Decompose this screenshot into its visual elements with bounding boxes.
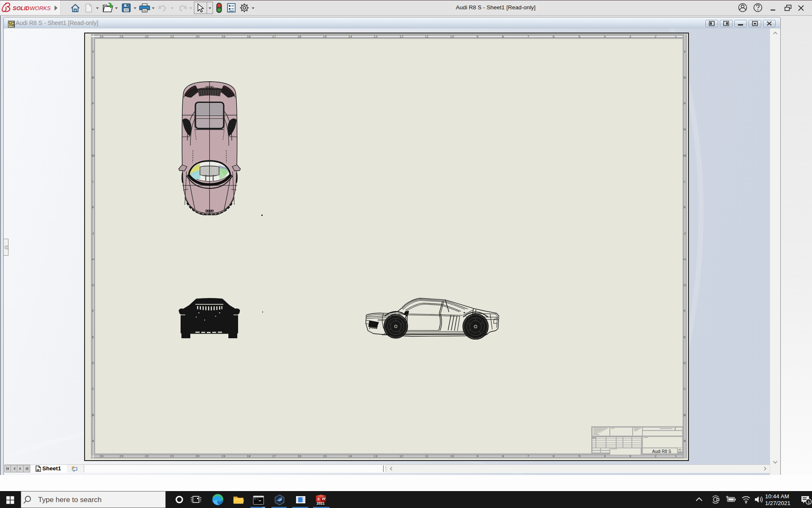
svg-text:1/27/2021: 1/27/2021 (765, 500, 790, 506)
svg-text:10:44 AM: 10:44 AM (765, 493, 789, 500)
svg-text:C:\: C:\ (255, 497, 259, 500)
svg-text:SOLID: SOLID (13, 5, 30, 11)
svg-text:1: 1 (808, 500, 810, 504)
svg-text:S: S (317, 497, 320, 501)
svg-text:WORKS: WORKS (30, 5, 51, 11)
svg-text:2021: 2021 (317, 501, 325, 505)
